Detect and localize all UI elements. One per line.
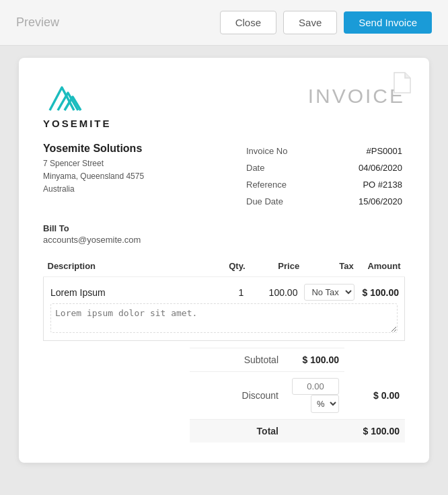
item-amount-cell: $ 100.00 [357,277,404,303]
send-invoice-button[interactable]: Send Invoice [344,11,432,34]
table-header-row: Description Qty. Price Tax Amount [44,257,405,277]
date-value: 04/06/2020 [304,159,405,176]
item-notes-row [44,303,404,340]
meta-invoice-no: Invoice No #PS0001 [244,143,405,159]
meta-due-date: Due Date 15/06/2020 [244,193,405,210]
total-label: Total [190,420,284,443]
save-button[interactable]: Save [283,11,337,34]
address-line3: Australia [43,184,75,194]
total-value: $ 100.00 [344,420,405,443]
invoice-no-value: #PS0001 [304,143,405,159]
line-items-table: Description Qty. Price Tax Amount [43,257,405,341]
table-row: 1 100.00 No Tax $ 100.00 [44,277,405,341]
totals-section: Subtotal $ 100.00 Discount % $ 0.00 Tota… [43,348,405,443]
item-price-value: 100.00 [269,287,298,298]
total-row: Total $ 100.00 [190,420,405,443]
item-tax-select[interactable]: No Tax [304,284,354,301]
subtotal-label: Subtotal [190,348,284,372]
discount-row: Discount % $ 0.00 [190,372,405,420]
bill-to-label: Bill To [43,223,405,233]
invoice-no-label: Invoice No [244,143,304,159]
item-notes-textarea[interactable] [50,303,398,333]
reference-value: PO #2138 [304,176,405,193]
logo-icon [43,78,90,115]
item-description-input[interactable] [50,287,200,298]
meta-reference: Reference PO #2138 [244,176,405,193]
item-price-cell: 100.00 [248,277,301,303]
invoice-meta-table: Invoice No #PS0001 Date 04/06/2020 Refer… [244,143,405,210]
discount-amount-input[interactable] [292,378,339,395]
invoice-word: INVOICE [308,85,405,108]
due-date-value: 15/06/2020 [304,193,405,210]
date-label: Date [244,159,304,176]
bill-to-section: Bill To accounts@yosemite.com [43,223,405,245]
top-bar-actions: Close Save Send Invoice [220,11,432,34]
page-corner-icon [393,71,412,94]
discount-input-cell: % [284,372,344,420]
logo-area: YOSEMITE [43,78,112,129]
company-address: 7 Spencer Street Minyama, Queensland 457… [43,157,144,196]
address-line1: 7 Spencer Street [43,159,104,168]
discount-label: Discount [190,372,284,420]
due-date-label: Due Date [244,193,304,210]
discount-type-select[interactable]: % [311,395,339,413]
page-title: Preview [16,15,59,30]
meta-date: Date 04/06/2020 [244,159,405,176]
item-amount-value: $ 100.00 [363,287,400,298]
invoice-card: YOSEMITE INVOICE Yosemite Solutions 7 Sp… [19,58,429,463]
item-description-cell [44,277,204,303]
totals-table: Subtotal $ 100.00 Discount % $ 0.00 Tota… [190,348,405,443]
close-button[interactable]: Close [220,11,276,34]
bill-to-email: accounts@yosemite.com [43,235,405,245]
subtotal-row: Subtotal $ 100.00 [190,348,405,372]
subtotal-value: $ 100.00 [284,348,344,372]
discount-value: $ 0.00 [344,372,405,420]
item-qty-value: 1 [238,287,244,298]
invoice-header: YOSEMITE INVOICE [43,78,405,129]
header-qty: Qty. [206,257,249,277]
company-name: Yosemite Solutions [43,143,144,155]
reference-label: Reference [244,176,304,193]
item-main-row: 1 100.00 No Tax $ 100.00 [44,277,404,303]
header-tax: Tax [303,257,358,277]
info-row: Yosemite Solutions 7 Spencer Street Miny… [43,143,405,210]
brand-name: YOSEMITE [43,118,112,129]
header-description: Description [44,257,207,277]
top-bar: Preview Close Save Send Invoice [0,0,448,46]
address-line2: Minyama, Queensland 4575 [43,172,144,181]
item-tax-cell: No Tax [301,277,357,303]
company-info: Yosemite Solutions 7 Spencer Street Miny… [43,143,144,196]
item-qty-cell: 1 [204,277,248,303]
invoice-title-area: INVOICE [308,78,405,108]
header-price: Price [250,257,304,277]
header-amount: Amount [358,257,405,277]
item-notes-cell [44,303,404,340]
